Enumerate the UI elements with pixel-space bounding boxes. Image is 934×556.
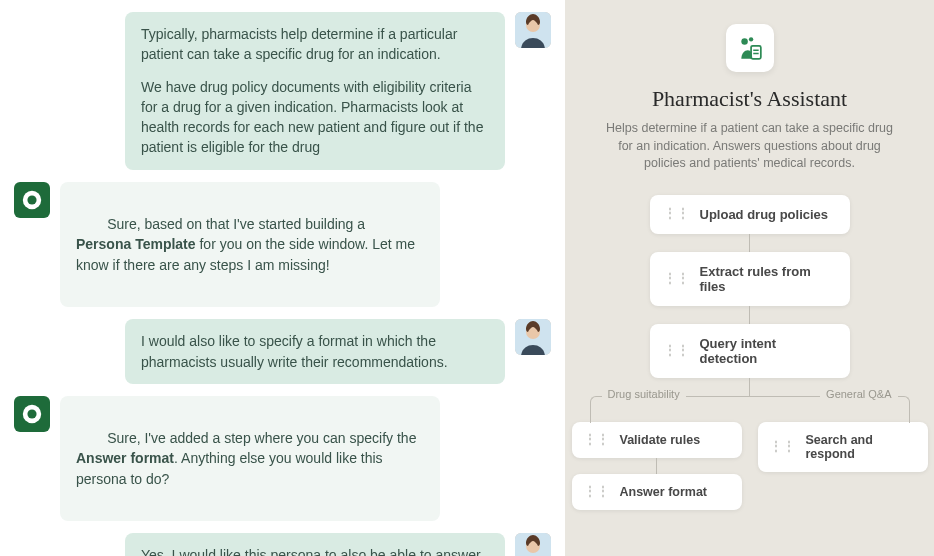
branch-right-column: ⋮⋮ Search and respond	[758, 422, 928, 510]
svg-point-7	[27, 409, 36, 418]
drag-handle-icon[interactable]: ⋮⋮	[664, 210, 690, 217]
chat-message-user: Yes, I would like this persona to also b…	[14, 533, 551, 556]
drag-handle-icon[interactable]: ⋮⋮	[584, 488, 610, 495]
bot-avatar	[14, 182, 50, 218]
flow-step-query-intent[interactable]: ⋮⋮ Query intent detection	[650, 324, 850, 378]
chat-message-user: I would also like to specify a format in…	[14, 319, 551, 384]
step-label: Search and respond	[806, 433, 916, 461]
drag-handle-icon[interactable]: ⋮⋮	[770, 443, 796, 450]
message-bubble: Typically, pharmacists help determine if…	[125, 12, 505, 170]
drag-handle-icon[interactable]: ⋮⋮	[584, 436, 610, 443]
svg-point-10	[741, 38, 748, 45]
flow-connector	[749, 306, 750, 324]
branch-labels: Drug suitability General Q&A	[590, 388, 910, 400]
flow-branch: Drug suitability General Q&A ⋮⋮ Validate…	[585, 396, 914, 510]
step-label: Answer format	[620, 485, 708, 499]
message-text: We have drug policy documents with eligi…	[141, 77, 489, 158]
persona-flow: ⋮⋮ Upload drug policies ⋮⋮ Extract rules…	[585, 195, 914, 510]
message-text: I would also like to specify a format in…	[141, 331, 489, 372]
flow-step-upload[interactable]: ⋮⋮ Upload drug policies	[650, 195, 850, 234]
drag-handle-icon[interactable]: ⋮⋮	[664, 347, 690, 354]
svg-point-3	[27, 195, 36, 204]
persona-side-panel: Pharmacist's Assistant Helps determine i…	[565, 0, 934, 556]
message-text: Yes, I would like this persona to also b…	[141, 545, 489, 556]
branch-label-right: General Q&A	[820, 388, 897, 400]
branch-label-left: Drug suitability	[602, 388, 686, 400]
message-text: Sure, based on that I've started buildin…	[76, 194, 424, 295]
bot-avatar	[14, 396, 50, 432]
pharmacist-icon	[737, 35, 763, 61]
drag-handle-icon[interactable]: ⋮⋮	[664, 275, 690, 282]
chat-message-bot: Sure, I've added a step where you can sp…	[14, 396, 551, 521]
flow-step-validate[interactable]: ⋮⋮ Validate rules	[572, 422, 742, 458]
flow-connector	[656, 458, 657, 474]
step-label: Validate rules	[620, 433, 701, 447]
flow-connector	[749, 234, 750, 252]
svg-point-11	[748, 37, 752, 41]
message-bubble: Yes, I would like this persona to also b…	[125, 533, 505, 556]
step-label: Extract rules from files	[700, 264, 836, 294]
step-label: Query intent detection	[700, 336, 836, 366]
message-text: Typically, pharmacists help determine if…	[141, 24, 489, 65]
persona-description: Helps determine if a patient can take a …	[600, 120, 900, 173]
persona-icon	[726, 24, 774, 72]
chat-message-user: Typically, pharmacists help determine if…	[14, 12, 551, 170]
message-bubble: I would also like to specify a format in…	[125, 319, 505, 384]
flow-step-extract[interactable]: ⋮⋮ Extract rules from files	[650, 252, 850, 306]
flow-step-answer-format[interactable]: ⋮⋮ Answer format	[572, 474, 742, 510]
step-label: Upload drug policies	[700, 207, 829, 222]
chat-message-bot: Sure, based on that I've started buildin…	[14, 182, 551, 307]
branch-left-column: ⋮⋮ Validate rules ⋮⋮ Answer format	[572, 422, 742, 510]
message-text: Sure, I've added a step where you can sp…	[76, 408, 424, 509]
user-avatar	[515, 12, 551, 48]
flow-step-search-respond[interactable]: ⋮⋮ Search and respond	[758, 422, 928, 472]
message-bubble: Sure, I've added a step where you can sp…	[60, 396, 440, 521]
svg-rect-12	[751, 46, 761, 59]
chat-pane: Typically, pharmacists help determine if…	[0, 0, 565, 556]
user-avatar	[515, 533, 551, 556]
user-avatar	[515, 319, 551, 355]
message-bubble: Sure, based on that I've started buildin…	[60, 182, 440, 307]
persona-title: Pharmacist's Assistant	[652, 86, 847, 112]
